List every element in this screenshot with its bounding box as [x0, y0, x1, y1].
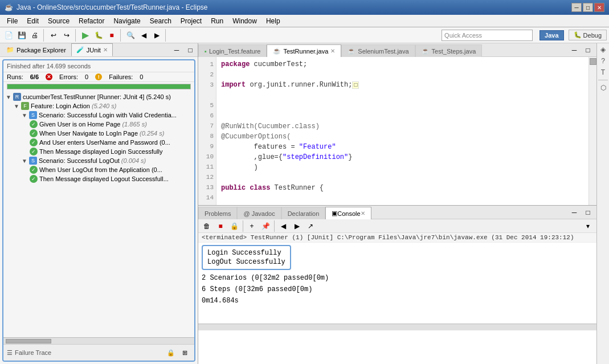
minimize-panel-button[interactable]: ─ [170, 44, 183, 56]
errors-icon: ✕ [46, 73, 52, 80]
java-perspective-badge[interactable]: Java [539, 30, 563, 40]
scroll-lock-button[interactable]: 🔒 [165, 346, 177, 359]
junit-panel: Finished after 14.699 seconds Runs: 6/6 … [2, 59, 195, 362]
code-line-3: import org.junit.runner.RunWith;□ [221, 80, 592, 91]
tab-login-feature[interactable]: ▪ Login_Test.feature [198, 44, 267, 57]
maximize-editor-button[interactable]: □ [582, 44, 594, 56]
tree-node-step3[interactable]: ✓ And User enters UserName and Password … [3, 138, 194, 147]
scrollbar-thumb-up[interactable] [590, 58, 596, 65]
print-button[interactable]: 🖨 [28, 29, 41, 42]
maximize-panel-button[interactable]: □ [184, 44, 197, 56]
maximize-bottom-button[interactable]: □ [582, 206, 594, 219]
tab-junit-close[interactable]: ✕ [103, 47, 108, 53]
menu-refactor[interactable]: Refactor [74, 16, 109, 26]
help-button[interactable]: ? [598, 56, 608, 66]
selenium-icon: ☕ [348, 47, 355, 55]
left-panel: 📁 Package Explorer 🧪 JUnit ✕ ─ □ Finishe… [0, 43, 198, 364]
search-button[interactable]: 🔍 [124, 29, 137, 42]
runner-icon: R [13, 93, 21, 101]
test-steps-icon: ☕ [422, 47, 430, 55]
junit-stats: Runs: 6/6 ✕ Errors: 0 ! Failures: 0 [3, 72, 194, 82]
restore-button[interactable]: ◈ [598, 44, 608, 55]
tree-node-runner[interactable]: ▼ R cucumberTest.TestRunner [Runner: JUn… [3, 92, 194, 101]
tab-test-steps[interactable]: ☕ Test_Steps.java [415, 44, 483, 57]
tab-problems[interactable]: Problems [198, 207, 237, 219]
new-console-button[interactable]: + [246, 220, 258, 232]
window-title: Java - OnlineStore/src/cucumberTest/Test… [17, 3, 207, 11]
step1-ok-icon: ✓ [30, 120, 38, 128]
tree-node-step2[interactable]: ✓ When User Navigate to LogIn Page (0.25… [3, 129, 194, 138]
junit-scrollbar-h[interactable] [3, 337, 194, 344]
minimize-editor-button[interactable]: ─ [568, 44, 581, 56]
toggle-icon[interactable]: ▼ [6, 94, 11, 100]
stop-console-button[interactable]: ■ [214, 220, 227, 232]
run-button[interactable]: ▶ [79, 29, 92, 42]
tree-node-feature[interactable]: ▼ F Feature: Login Action (5.240 s) [3, 101, 194, 111]
scroll-lock-console-button[interactable]: 🔒 [228, 220, 240, 232]
next-button[interactable]: ▶ [150, 29, 163, 42]
package-button[interactable]: ⬡ [598, 83, 608, 93]
expand-all-button[interactable]: ⊞ [178, 346, 191, 359]
junit-scrollbar-thumb[interactable] [6, 339, 51, 343]
tab-junit[interactable]: 🧪 JUnit ✕ [71, 43, 113, 56]
debug-perspective-badge[interactable]: 🐛 Debug [569, 30, 607, 40]
menu-edit[interactable]: Edit [22, 16, 43, 26]
close-button[interactable]: ✕ [594, 3, 604, 12]
minimize-bottom-button[interactable]: ─ [568, 206, 581, 219]
menu-navigate[interactable]: Navigate [109, 16, 145, 26]
prev-button[interactable]: ◀ [137, 29, 150, 42]
tab-console-close[interactable]: ✕ [361, 210, 365, 216]
junit-tree[interactable]: ▼ R cucumberTest.TestRunner [Runner: JUn… [3, 91, 194, 337]
menu-source[interactable]: Source [43, 16, 74, 26]
tree-node-scenario2[interactable]: ▼ S Scenario: Successful LogOut (0.004 s… [3, 156, 194, 165]
tree-node-step5[interactable]: ✓ When User LogOut from the Application … [3, 165, 194, 174]
tree-node-step5-label: When User LogOut from the Application (0… [39, 166, 162, 173]
console-output[interactable]: Login Successfully LogOut Successfully 2… [198, 243, 596, 324]
pin-console-button[interactable]: 📌 [259, 220, 272, 232]
test-runner-close[interactable]: ✕ [330, 48, 335, 54]
tab-package-explorer[interactable]: 📁 Package Explorer [1, 43, 71, 56]
tree-node-scenario1[interactable]: ▼ S Scenario: Successful Login with Vali… [3, 111, 194, 120]
failure-trace-label: Failure Trace [15, 349, 51, 356]
menu-help[interactable]: Help [261, 16, 285, 26]
tree-node-step1[interactable]: ✓ Given User is on Home Page (1.865 s) [3, 120, 194, 129]
menu-project[interactable]: Project [176, 16, 206, 26]
failure-trace-icon: ☰ [7, 349, 13, 357]
prev-console-button[interactable]: ◀ [277, 220, 289, 232]
save-button[interactable]: 💾 [15, 29, 28, 42]
tab-selenium-test[interactable]: ☕ SeleniumTest.java [341, 44, 415, 57]
minimize-button[interactable]: ─ [571, 3, 582, 12]
maximize-button[interactable]: □ [583, 3, 593, 12]
tab-console[interactable]: ▣ Console ✕ [325, 207, 371, 219]
quick-access-box[interactable]: Quick Access [442, 30, 533, 41]
tab-javadoc[interactable]: @ Javadoc [237, 207, 281, 219]
tree-node-step4[interactable]: ✓ Then Message displayed Login Successfu… [3, 147, 194, 156]
code-editor[interactable]: 1 2 3 5 6 7 8 9 10 11 12 13 14 15 16 pac… [198, 57, 596, 205]
step2-ok-icon: ✓ [30, 129, 38, 137]
next-console-button[interactable]: ▶ [291, 220, 303, 232]
code-content[interactable]: package cucumberTest; import org.junit.r… [216, 57, 596, 205]
new-button[interactable]: 📄 [2, 29, 15, 42]
open-console-button[interactable]: ↗ [304, 220, 317, 232]
failures-value: 0 [140, 73, 143, 80]
tab-test-runner[interactable]: ☕ TestRunner.java ✕ [267, 44, 341, 57]
toolbar-misc-group: 🔍 ◀ ▶ [124, 29, 166, 42]
debug-run-button[interactable]: 🐛 [92, 29, 105, 42]
menu-run[interactable]: Run [206, 16, 228, 26]
code-line-8: @CucumberOptions( [221, 132, 592, 142]
menu-search[interactable]: Search [145, 16, 176, 26]
tree-node-step6[interactable]: ✓ Then Message displayed Logout Successf… [3, 174, 194, 183]
redo-button[interactable]: ↪ [60, 29, 73, 42]
stop-button[interactable]: ■ [105, 29, 118, 42]
undo-button[interactable]: ↩ [47, 29, 60, 42]
toggle-icon-s1[interactable]: ▼ [22, 112, 27, 118]
view-menu-button[interactable]: ▾ [582, 220, 594, 232]
menu-window[interactable]: Window [228, 16, 261, 26]
toggle-icon-feature[interactable]: ▼ [14, 103, 19, 109]
clear-console-button[interactable]: 🗑 [201, 220, 213, 232]
toggle-icon-s2[interactable]: ▼ [22, 158, 27, 164]
tab-declaration[interactable]: Declaration [281, 207, 326, 219]
console-scrollbar-h[interactable] [198, 324, 596, 330]
menu-file[interactable]: File [2, 16, 22, 26]
open-type-button[interactable]: T [598, 67, 608, 77]
